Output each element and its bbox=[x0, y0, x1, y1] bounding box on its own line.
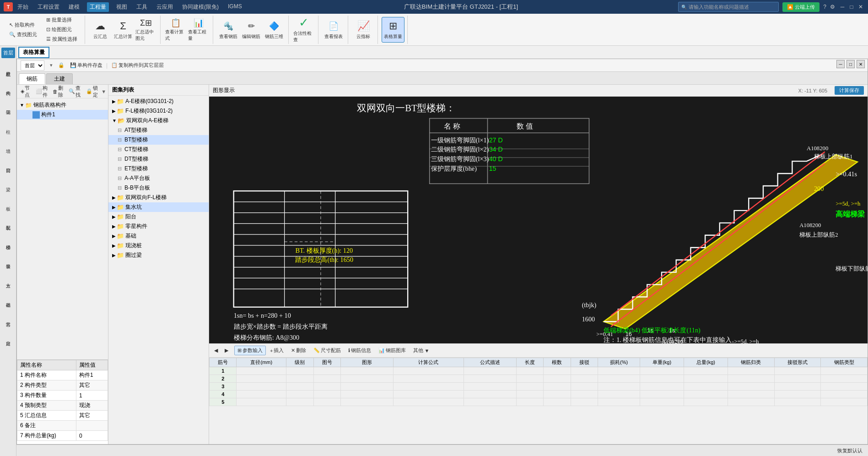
rebar-cell-5-figno[interactable] bbox=[313, 398, 340, 406]
tree-delete-button[interactable]: 🗑 删除 bbox=[51, 85, 66, 99]
rebar-cell-2-cnt[interactable] bbox=[544, 375, 571, 383]
prop-value-1[interactable]: 构件1 bbox=[76, 370, 108, 380]
rebar-cell-2-rtype[interactable] bbox=[821, 375, 868, 383]
rebar-cell-5-id[interactable]: 5 bbox=[210, 398, 237, 406]
rebar-cell-1-formula[interactable] bbox=[394, 367, 464, 375]
pick-component-button[interactable]: ↖ 拾取构件 bbox=[7, 21, 39, 29]
rebar-cell-4-desc[interactable] bbox=[464, 391, 516, 398]
rebar-cell-2-dia[interactable] bbox=[237, 375, 286, 383]
rebar-cell-5-dia[interactable] bbox=[237, 398, 286, 406]
rebar-cell-3-grade[interactable] bbox=[286, 383, 313, 391]
rebar-cell-3-twt[interactable] bbox=[684, 383, 728, 391]
rebar-cell-2-len[interactable] bbox=[516, 375, 543, 383]
maximize-icon[interactable]: □ bbox=[848, 3, 855, 11]
prop-value-5[interactable]: 其它 bbox=[76, 411, 108, 421]
layer-select[interactable]: 首层 bbox=[21, 60, 44, 71]
nav-item-stairs[interactable]: 楼梯 bbox=[1, 232, 15, 250]
window-restore-button[interactable]: □ bbox=[846, 60, 855, 68]
edit-rebar-button[interactable]: ✏ 编辑钢筋 bbox=[240, 17, 263, 43]
view-project-button[interactable]: 📊 查看工程量 bbox=[187, 17, 210, 43]
minimize-icon[interactable]: ─ bbox=[839, 3, 846, 11]
rebar-cell-2-id[interactable]: 2 bbox=[210, 375, 237, 383]
rebar-cell-5-twt[interactable] bbox=[684, 398, 728, 406]
rebar-cell-3-formula[interactable] bbox=[394, 383, 464, 391]
rebar-cell-5-desc[interactable] bbox=[464, 398, 516, 406]
gallery-item-et[interactable]: ⊟ ET型楼梯 bbox=[108, 164, 209, 174]
help-icon[interactable]: ? bbox=[823, 4, 826, 10]
upload-button[interactable]: 🔼 云端上传 bbox=[782, 2, 819, 12]
rebar-cell-3-id[interactable]: 3 bbox=[210, 383, 237, 391]
view-rebar-button[interactable]: 🔩 查看钢筋 bbox=[217, 17, 240, 43]
table-calc-button[interactable]: ⊞ 表格算量 bbox=[382, 17, 404, 43]
expand-icon[interactable]: ▼ bbox=[19, 102, 25, 109]
rebar-cell-1-uwt[interactable] bbox=[640, 367, 684, 375]
rebar-dim-button[interactable]: 📏 尺寸配筋 bbox=[310, 346, 344, 355]
rebar-cell-3-uwt[interactable] bbox=[640, 383, 684, 391]
rebar-cell-1-rtype[interactable] bbox=[821, 367, 868, 375]
rebar-info-button[interactable]: ℹ 钢筋信息 bbox=[345, 346, 374, 355]
sum-center-button[interactable]: Σ⊞ 汇总适中图元 bbox=[135, 17, 157, 43]
rebar-cell-3-jtype[interactable] bbox=[774, 383, 821, 391]
rebar-cell-2-twt[interactable] bbox=[684, 375, 728, 383]
rebar-cell-1-id[interactable]: 1 bbox=[210, 367, 237, 375]
rebar-cell-2-grade[interactable] bbox=[286, 375, 313, 383]
gallery-item-fl[interactable]: ▶ 📁 F-L楼梯(03G101-2) bbox=[108, 106, 209, 116]
rebar-cell-3-len[interactable] bbox=[516, 383, 543, 391]
rebar-cell-2-uwt[interactable] bbox=[640, 375, 684, 383]
gallery-item-bt[interactable]: ⊟ BT型楼梯 bbox=[108, 135, 209, 145]
rebar-cell-3-rtype[interactable] bbox=[821, 383, 868, 391]
sum-calc-button[interactable]: Σ 汇总计算 bbox=[112, 17, 135, 43]
rebar-cell-3-desc[interactable] bbox=[464, 383, 516, 391]
rebar-cell-5-loss[interactable] bbox=[598, 398, 640, 406]
rebar-cell-5-shape[interactable] bbox=[341, 398, 394, 406]
rebar-cell-4-id[interactable]: 4 bbox=[210, 391, 237, 398]
rebar-cell-2-loss[interactable] bbox=[598, 375, 640, 383]
restore-default-button[interactable]: 恢复默认认 bbox=[837, 447, 863, 454]
rebar-cell-1-figno[interactable] bbox=[313, 367, 340, 375]
menu-start[interactable]: 开始 bbox=[16, 2, 30, 12]
rebar-cell-3-cnt[interactable] bbox=[544, 383, 571, 391]
rebar-cell-4-grade[interactable] bbox=[286, 391, 313, 398]
rebar-cell-4-rtype[interactable] bbox=[821, 391, 868, 398]
rebar-cell-5-formula[interactable] bbox=[394, 398, 464, 406]
rebar-cell-3-type[interactable] bbox=[728, 383, 774, 391]
nav-item-floor[interactable]: 首层 bbox=[1, 48, 15, 58]
gallery-item-bb[interactable]: ⊟ B-B平台板 bbox=[108, 183, 209, 193]
rebar-cell-1-type[interactable] bbox=[728, 367, 774, 375]
prop-value-4[interactable]: 现浇 bbox=[76, 401, 108, 411]
view-report-button[interactable]: 📄 查看报表 bbox=[322, 17, 345, 43]
menu-project-settings[interactable]: 工程设置 bbox=[36, 2, 61, 12]
menu-collab[interactable]: 协同建模(限免) bbox=[180, 2, 221, 12]
rebar-cell-1-len[interactable] bbox=[516, 367, 543, 375]
rebar-cell-5-jtype[interactable] bbox=[774, 398, 821, 406]
nav-item-steel[interactable]: 钢工 bbox=[1, 98, 15, 116]
calc-save-button[interactable]: 计算保存 bbox=[835, 86, 864, 95]
rebar-other-button[interactable]: 其他 ▼ bbox=[410, 346, 432, 355]
gallery-item-pass[interactable]: ▶ 📁 圈过梁 bbox=[108, 250, 209, 260]
valid-check-button[interactable]: ✓ 合法性检查 bbox=[292, 17, 315, 43]
rebar-cell-3-joint[interactable] bbox=[571, 383, 598, 391]
rebar-cell-4-jtype[interactable] bbox=[774, 391, 821, 398]
copy-component-button[interactable]: 📋 复制构件到其它层层 bbox=[111, 62, 164, 69]
tree-item-comp1[interactable]: 构件1 bbox=[17, 110, 108, 119]
menu-modeling[interactable]: 建模 bbox=[67, 2, 81, 12]
rebar-cell-2-joint[interactable] bbox=[571, 375, 598, 383]
nav-item-guide[interactable]: 导航栏 bbox=[1, 59, 15, 77]
tree-more-button[interactable]: ▼ bbox=[101, 89, 106, 94]
gallery-item-dual-fl[interactable]: ▶ 📁 双网双向F-L楼梯 bbox=[108, 193, 209, 202]
gallery-item-at[interactable]: ⊟ AT型楼梯 bbox=[108, 125, 209, 135]
tab-rebar[interactable]: 钢筋 bbox=[19, 73, 45, 84]
gallery-item-aa[interactable]: ⊟ A-A平台板 bbox=[108, 174, 209, 183]
nav-item-other[interactable]: 其它 bbox=[1, 309, 15, 327]
attr-select-button[interactable]: ☰ 按属性选择 bbox=[44, 35, 79, 43]
rebar-cell-1-dia[interactable] bbox=[237, 367, 286, 375]
search-box[interactable]: 🔍 请输入功能名称或问题描述 bbox=[678, 2, 779, 12]
rebar-cell-2-figno[interactable] bbox=[313, 375, 340, 383]
nav-item-precast[interactable]: 装配 bbox=[1, 213, 15, 231]
gallery-item-balcony[interactable]: ▶ 📁 阳台 bbox=[108, 212, 209, 222]
nav-item-window[interactable]: 门窗 bbox=[1, 155, 15, 174]
gallery-item-ct[interactable]: ⊟ CT型楼梯 bbox=[108, 145, 209, 154]
rebar-cell-5-uwt[interactable] bbox=[640, 398, 684, 406]
nav-item-slab[interactable]: 板 bbox=[1, 194, 15, 212]
nav-item-column[interactable]: 柱 bbox=[1, 117, 15, 135]
